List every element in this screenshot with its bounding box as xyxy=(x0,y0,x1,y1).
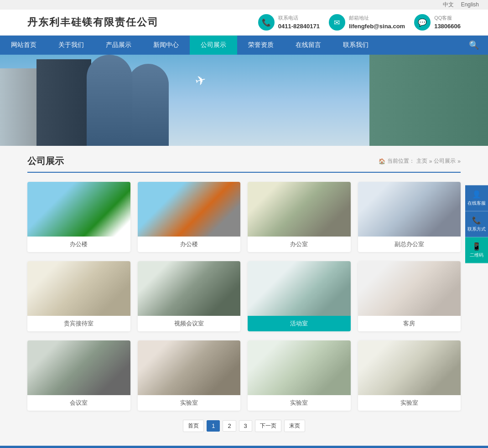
gallery-caption-4: 副总办公室 xyxy=(358,237,461,252)
header-contacts: 📞 联系电话 0411-82840171 ✉ 邮箱地址 lifengfeb@si… xyxy=(258,14,461,31)
nav-about[interactable]: 关于我们 xyxy=(47,36,95,55)
nav-products[interactable]: 产品展示 xyxy=(95,36,142,55)
breadcrumb-home-icon: 🏠 xyxy=(379,158,385,165)
gallery-caption-1: 办公楼 xyxy=(27,237,130,252)
gallery-item-dorm[interactable]: 客房 xyxy=(358,261,461,331)
gallery-caption-11: 实验室 xyxy=(248,395,351,411)
nav-honors[interactable]: 荣誉资质 xyxy=(237,36,285,55)
lang-bar: 中文 English xyxy=(0,0,488,10)
header: 丹东利丰硅镁有限责任公司 📞 联系电话 0411-82840171 ✉ 邮箱地址… xyxy=(0,10,488,36)
contact-qq: 💬 QQ客服 13806606 xyxy=(414,14,461,31)
email-value: lifengfeb@sina.com xyxy=(349,22,405,31)
nav-message[interactable]: 在线留言 xyxy=(285,36,332,55)
gallery-image-office-bldg-1 xyxy=(27,182,130,237)
gallery-item-vp-office[interactable]: 副总办公室 xyxy=(358,182,461,252)
sidebar-online-service[interactable]: 👤 在线客服 xyxy=(465,185,488,211)
gallery-item-video-meeting[interactable]: 视频会议室 xyxy=(138,261,241,331)
gallery-image-activity xyxy=(248,261,351,316)
pagination: 首页 1 2 3 下一页 末页 xyxy=(27,420,461,432)
gallery-row-2: 贵宾接待室 视频会议室 活动室 客房 xyxy=(27,261,461,331)
gallery-image-conf-room xyxy=(27,340,130,395)
sidebar-contact-info[interactable]: 📞 联系方式 xyxy=(465,211,488,237)
qq-label: QQ客服 xyxy=(434,15,452,21)
phone-sidebar-icon: 📞 xyxy=(472,216,481,224)
gallery-caption-3: 办公室 xyxy=(248,237,351,252)
gallery-caption-6: 视频会议室 xyxy=(138,316,241,331)
gallery-image-office-bldg-2 xyxy=(138,182,241,237)
breadcrumb: 🏠 当前位置： 主页 » 公司展示 » xyxy=(379,157,461,165)
gallery-image-office-room xyxy=(248,182,351,237)
page-last[interactable]: 末页 xyxy=(284,420,305,432)
sidebar-contact-label: 联系方式 xyxy=(467,226,486,232)
gallery-item-office-room[interactable]: 办公室 xyxy=(248,182,351,252)
gallery-caption-8: 客房 xyxy=(358,316,461,331)
gallery-image-lounge xyxy=(27,261,130,316)
page-1[interactable]: 1 xyxy=(207,420,220,432)
page-title: 公司展示 xyxy=(27,155,64,167)
nav-news[interactable]: 新闻中心 xyxy=(142,36,190,55)
building-4 xyxy=(128,64,169,146)
gallery-caption-9: 会议室 xyxy=(27,395,130,411)
sidebar-qr-code[interactable]: 📱 二维码 xyxy=(465,237,488,263)
phone-label: 联系电话 xyxy=(278,15,298,21)
gallery-caption-12: 实验室 xyxy=(358,395,461,411)
qr-icon: 📱 xyxy=(472,242,481,250)
sidebar-qr-label: 二维码 xyxy=(470,252,483,258)
banner-buildings xyxy=(0,55,488,146)
building-2 xyxy=(36,59,91,146)
email-label: 邮箱地址 xyxy=(349,15,369,21)
search-icon[interactable]: 🔍 xyxy=(460,36,488,55)
right-sidebar: 👤 在线客服 📞 联系方式 📱 二维码 xyxy=(465,185,488,263)
gallery-image-dorm xyxy=(358,261,461,316)
gallery-item-office-bldg-1[interactable]: 办公楼 xyxy=(27,182,130,252)
banner: ✈ xyxy=(0,55,488,146)
gallery-item-office-bldg-2[interactable]: 办公楼 xyxy=(138,182,241,252)
gallery-image-video-meeting xyxy=(138,261,241,316)
nav-company[interactable]: 公司展示 xyxy=(190,36,237,55)
lang-en[interactable]: English xyxy=(461,1,479,8)
page-next[interactable]: 下一页 xyxy=(255,420,281,432)
qq-icon: 💬 xyxy=(414,14,431,31)
gallery-caption-7: 活动室 xyxy=(248,316,351,331)
gallery-row-1: 办公楼 办公楼 办公室 副总办公室 xyxy=(27,182,461,252)
gallery-item-conf-room[interactable]: 会议室 xyxy=(27,340,130,411)
phone-icon: 📞 xyxy=(258,14,275,31)
page-first[interactable]: 首页 xyxy=(183,420,204,432)
qq-value: 13806606 xyxy=(434,22,461,31)
gallery-item-lab-2[interactable]: 实验室 xyxy=(248,340,351,411)
building-3 xyxy=(87,55,132,146)
gallery-image-lab-3 xyxy=(358,340,461,395)
content-area: 公司展示 🏠 当前位置： 主页 » 公司展示 » 办公楼 办公楼 办公室 副总办… xyxy=(0,146,488,446)
cta-strip: 如果您有任何问题，请跟我们联系！ 联系我们 ✉ xyxy=(0,446,488,448)
gallery-caption-2: 办公楼 xyxy=(138,237,241,252)
gallery-image-lab-1 xyxy=(138,340,241,395)
gallery-image-lab-2 xyxy=(248,340,351,395)
email-icon: ✉ xyxy=(329,14,345,31)
gallery-item-lab-3[interactable]: 实验室 xyxy=(358,340,461,411)
sidebar-online-label: 在线客服 xyxy=(467,200,486,206)
page-header: 公司展示 🏠 当前位置： 主页 » 公司展示 » xyxy=(27,155,461,173)
logo: 丹东利丰硅镁有限责任公司 xyxy=(27,15,159,29)
main-nav: 网站首页 关于我们 产品展示 新闻中心 公司展示 荣誉资质 在线留言 联系我们 … xyxy=(0,36,488,55)
person-icon: 👤 xyxy=(472,190,481,198)
breadcrumb-current[interactable]: 公司展示 xyxy=(434,157,456,165)
nav-contact[interactable]: 联系我们 xyxy=(332,36,379,55)
building-5 xyxy=(369,55,488,146)
phone-value: 0411-82840171 xyxy=(278,22,320,31)
page-2[interactable]: 2 xyxy=(223,420,236,432)
building-1 xyxy=(0,68,41,146)
gallery-caption-5: 贵宾接待室 xyxy=(27,316,130,331)
lang-zh[interactable]: 中文 xyxy=(443,1,454,8)
gallery-item-lounge[interactable]: 贵宾接待室 xyxy=(27,261,130,331)
gallery-row-3: 会议室 实验室 实验室 实验室 xyxy=(27,340,461,411)
gallery-item-lab-1[interactable]: 实验室 xyxy=(138,340,241,411)
contact-phone: 📞 联系电话 0411-82840171 xyxy=(258,14,320,31)
nav-home[interactable]: 网站首页 xyxy=(0,36,47,55)
gallery-image-vp-office xyxy=(358,182,461,237)
breadcrumb-home[interactable]: 主页 xyxy=(416,157,427,165)
gallery-item-activity[interactable]: 活动室 xyxy=(248,261,351,331)
contact-email: ✉ 邮箱地址 lifengfeb@sina.com xyxy=(329,14,405,31)
page-3[interactable]: 3 xyxy=(239,420,252,432)
gallery-caption-10: 实验室 xyxy=(138,395,241,411)
